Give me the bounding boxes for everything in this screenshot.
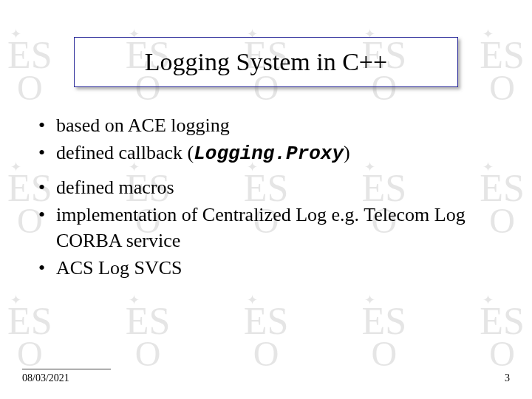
bullet-item: defined callback (Logging.Proxy) — [35, 140, 502, 167]
bullet-text: defined macros — [56, 177, 174, 198]
slide-title: Logging System in C++ — [104, 48, 428, 76]
bullet-item: ACS Log SVCS — [35, 255, 502, 281]
bullet-code: Logging.Proxy — [194, 143, 344, 165]
bullet-item: implementation of Centralized Log e.g. T… — [35, 202, 502, 253]
bullet-text: ) — [344, 142, 350, 163]
bullet-text: defined callback ( — [56, 142, 194, 163]
bullet-text: ACS Log SVCS — [56, 257, 183, 279]
slide: ✦ESO ✦ESO ✦ESO ✦ESO ✦ESO ✦ESO ✦ESO ✦ESO … — [0, 0, 532, 399]
bullet-item: defined macros — [35, 174, 502, 200]
title-box: Logging System in C++ — [74, 37, 458, 87]
bullet-list: based on ACE logging defined callback (L… — [35, 112, 502, 282]
footer-divider — [22, 369, 111, 369]
bullet-text: implementation of Centralized Log e.g. T… — [56, 204, 466, 251]
footer-page-number: 3 — [505, 372, 510, 384]
slide-footer: 08/03/2021 3 — [0, 369, 532, 384]
bullet-text: based on ACE logging — [56, 115, 230, 136]
slide-content: Logging System in C++ based on ACE loggi… — [0, 0, 532, 399]
footer-date: 08/03/2021 — [22, 372, 69, 384]
bullet-item: based on ACE logging — [35, 112, 502, 138]
